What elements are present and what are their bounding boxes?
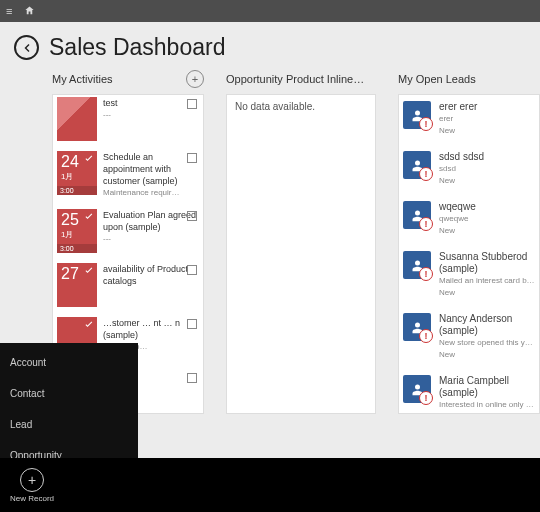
activity-item[interactable]: 251月3:00Evaluation Plan agreed upon (sam…	[53, 207, 203, 261]
system-top-bar: ≡	[0, 0, 540, 22]
activity-date-tile: 251月3:00	[57, 209, 97, 253]
lead-text: erer ererererNew	[431, 101, 535, 137]
app-bar: + New Record	[0, 458, 540, 512]
lead-text: Maria Campbell (sample)Interested in onl…	[431, 375, 535, 411]
activity-text: availability of Product catalogs	[97, 263, 199, 307]
lead-item[interactable]: Nancy Anderson (sample)New store opened …	[399, 309, 539, 371]
lead-item[interactable]: Maria Campbell (sample)Interested in onl…	[399, 371, 539, 414]
activity-checkbox[interactable]	[187, 99, 197, 109]
opportunity-heading: Opportunity Product Inline…	[226, 70, 376, 88]
activity-checkbox[interactable]	[187, 153, 197, 163]
activities-heading-label: My Activities	[52, 73, 113, 85]
lead-item[interactable]: Susanna Stubberod (sample)Mailed an inte…	[399, 247, 539, 309]
lead-icon	[403, 251, 431, 279]
activity-date-tile	[57, 97, 97, 141]
leads-heading-label: My Open Leads	[398, 73, 476, 85]
opportunity-heading-label: Opportunity Product Inline…	[226, 73, 364, 85]
list-icon[interactable]: ≡	[6, 5, 12, 17]
activity-text: Schedule an appointment with customer (s…	[97, 151, 199, 199]
page-title: Sales Dashboard	[49, 34, 225, 61]
lead-icon	[403, 375, 431, 403]
activity-checkbox[interactable]	[187, 265, 197, 275]
activity-date-tile: 27	[57, 263, 97, 307]
lead-text: Susanna Stubberod (sample)Mailed an inte…	[431, 251, 535, 299]
activity-checkbox[interactable]	[187, 319, 197, 329]
lead-icon	[403, 101, 431, 129]
lead-icon	[403, 151, 431, 179]
lead-item[interactable]: erer ererererNew	[399, 97, 539, 147]
activity-item[interactable]: 27availability of Product catalogs	[53, 261, 203, 315]
leads-panel: erer ererererNewsdsd sdsdsdsdNewwqeqweqw…	[398, 94, 540, 414]
new-record-button[interactable]: + New Record	[10, 468, 54, 503]
lead-text: sdsd sdsdsdsdNew	[431, 151, 535, 187]
plus-icon: +	[20, 468, 44, 492]
lead-icon	[403, 313, 431, 341]
activity-text: Evaluation Plan agreed upon (sample)---	[97, 209, 199, 253]
overlay-wrap: AccountContactLeadOpportunityCompetitor …	[0, 458, 540, 512]
lead-text: wqeqweqweqweNew	[431, 201, 535, 237]
lead-text: Nancy Anderson (sample)New store opened …	[431, 313, 535, 361]
activity-date-tile: 241月3:00	[57, 151, 97, 195]
back-button[interactable]	[14, 35, 39, 60]
activity-item[interactable]: test---	[53, 95, 203, 149]
lead-item[interactable]: sdsd sdsdsdsdNew	[399, 147, 539, 197]
opportunity-panel: No data available.	[226, 94, 376, 414]
menu-item-lead[interactable]: Lead	[0, 409, 138, 440]
opportunity-empty-text: No data available.	[235, 101, 315, 112]
leads-heading: My Open Leads	[398, 70, 540, 88]
add-activity-button[interactable]: +	[186, 70, 204, 88]
menu-item-account[interactable]: Account	[0, 347, 138, 378]
lead-icon	[403, 201, 431, 229]
activity-text: test---	[97, 97, 199, 141]
new-record-label: New Record	[10, 494, 54, 503]
activity-item[interactable]: 241月3:00Schedule an appointment with cus…	[53, 149, 203, 207]
page-header: Sales Dashboard	[0, 22, 540, 67]
lead-item[interactable]: wqeqweqweqweNew	[399, 197, 539, 247]
menu-item-contact[interactable]: Contact	[0, 378, 138, 409]
activity-checkbox[interactable]	[187, 373, 197, 383]
home-icon[interactable]	[24, 5, 35, 18]
activities-heading: My Activities +	[52, 70, 204, 88]
activity-checkbox[interactable]	[187, 211, 197, 221]
